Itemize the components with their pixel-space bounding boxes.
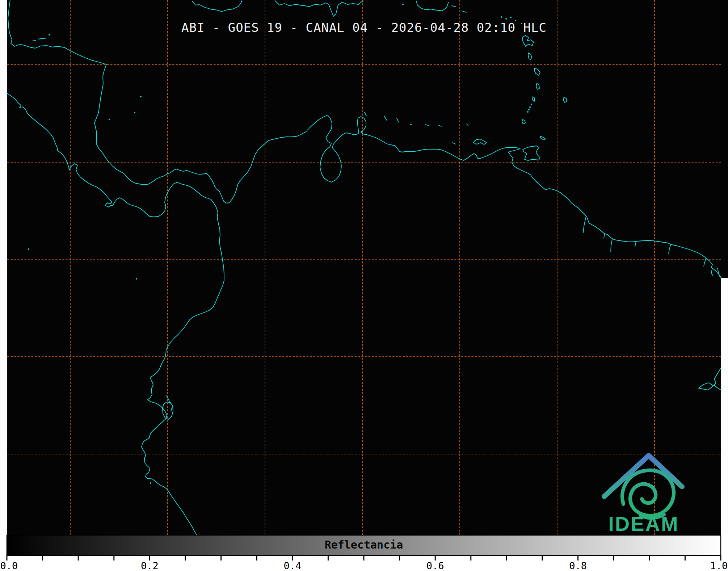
- island-dot: [510, 17, 512, 18]
- island-dot: [527, 111, 529, 113]
- island-dot: [136, 278, 137, 280]
- island-dot: [528, 109, 530, 110]
- image-title: ABI - GOES 19 - CANAL 04 - 2026-04-28 02…: [0, 20, 728, 35]
- island-dot: [529, 106, 531, 108]
- island-dot: [109, 119, 110, 120]
- island-dot: [140, 96, 142, 97]
- island-dot: [410, 124, 412, 125]
- island-dot: [501, 16, 502, 18]
- colorbar-tick-label: 0.4: [283, 560, 301, 571]
- island-dot: [134, 112, 135, 113]
- ideam-logo-text: IDEAM: [608, 512, 679, 535]
- island-dot: [402, 4, 404, 5]
- map-background: [0, 0, 728, 535]
- island-dot: [150, 482, 151, 484]
- colorbar-tick-label: 1.0: [710, 560, 728, 571]
- satellite-map-canvas: IDEAM 0.00.20.40.60.81.0: [0, 0, 728, 571]
- colorbar-label: Reflectancia: [7, 538, 721, 551]
- right-edge-bright-strip: [721, 278, 728, 535]
- colorbar-tick-label: 0.2: [141, 560, 159, 571]
- colorbar-tick-label: 0.6: [426, 560, 444, 571]
- island-dot: [531, 104, 532, 105]
- colorbar-ticks: [7, 555, 721, 560]
- satellite-image-viewer: IDEAM 0.00.20.40.60.81.0 ABI - GOES 19 -…: [0, 0, 728, 571]
- left-edge-bright-strip: [0, 0, 7, 535]
- island-dot: [505, 18, 507, 20]
- coastline-utila-island: [33, 41, 35, 41]
- colorbar-tick-label: 0.8: [569, 560, 587, 571]
- island-dot: [28, 248, 29, 250]
- colorbar-tick-label: 0.0: [0, 560, 18, 571]
